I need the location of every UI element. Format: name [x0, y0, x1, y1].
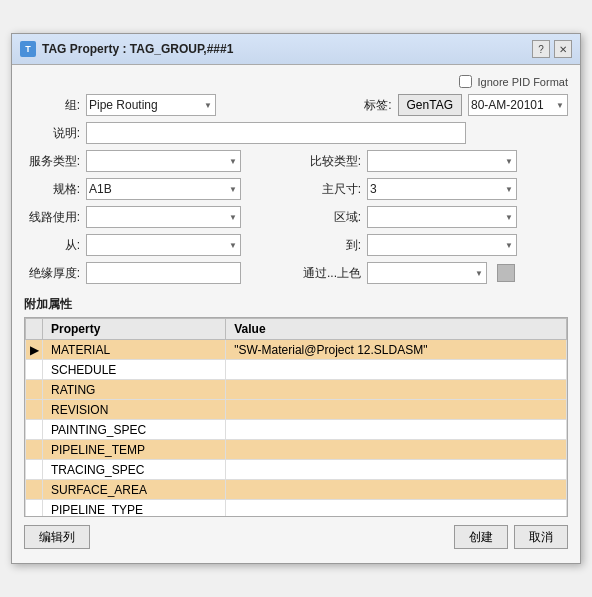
- title-bar: T TAG Property : TAG_GROUP,###1 ? ✕: [12, 34, 580, 65]
- table-row[interactable]: RATING: [26, 380, 567, 400]
- compare-select[interactable]: [367, 150, 517, 172]
- property-cell: RATING: [43, 380, 226, 400]
- create-button[interactable]: 创建: [454, 525, 508, 549]
- insulation-row: 绝缘厚度: 0: [24, 262, 291, 284]
- left-column: 服务类型: 规格: A1B: [24, 150, 291, 290]
- spec-select-wrapper: A1B: [86, 178, 241, 200]
- property-table-wrapper: Property Value ▶MATERIAL"SW-Material@Pro…: [24, 317, 568, 517]
- ignore-pid-checkbox[interactable]: [459, 75, 472, 88]
- property-cell: REVISION: [43, 400, 226, 420]
- table-row[interactable]: PAINTING_SPEC: [26, 420, 567, 440]
- group-select-wrapper: Pipe Routing: [86, 94, 216, 116]
- value-cell[interactable]: [226, 440, 567, 460]
- row-arrow: [26, 360, 43, 380]
- group-tag-row: 组: Pipe Routing 标签: 创建 GenTAG 80-AM-2010…: [24, 94, 568, 116]
- group-select[interactable]: Pipe Routing: [86, 94, 216, 116]
- row-arrow: [26, 420, 43, 440]
- table-row[interactable]: SURFACE_AREA: [26, 480, 567, 500]
- insulation-label: 绝缘厚度:: [24, 265, 80, 282]
- row-arrow: ▶: [26, 340, 43, 360]
- to-select[interactable]: [367, 234, 517, 256]
- compare-label: 比较类型:: [301, 153, 361, 170]
- from-row: 从:: [24, 234, 291, 256]
- footer: 编辑列 创建 取消: [24, 525, 568, 553]
- table-row[interactable]: PIPELINE_TEMP: [26, 440, 567, 460]
- dialog-content: Ignore PID Format 组: Pipe Routing 标签: 创建…: [12, 65, 580, 563]
- table-row[interactable]: ▶MATERIAL"SW-Material@Project 12.SLDASM": [26, 340, 567, 360]
- row-arrow: [26, 380, 43, 400]
- attach-section: 附加属性 Property Value ▶MATERIAL"SW-Materia…: [24, 296, 568, 517]
- zone-label: 区域:: [301, 209, 361, 226]
- help-button[interactable]: ?: [532, 40, 550, 58]
- insulation-input[interactable]: 0: [86, 262, 241, 284]
- from-select-wrapper: [86, 234, 241, 256]
- main-window: T TAG Property : TAG_GROUP,###1 ? ✕ Igno…: [11, 33, 581, 564]
- property-cell: MATERIAL: [43, 340, 226, 360]
- value-cell[interactable]: [226, 400, 567, 420]
- ignore-pid-label: Ignore PID Format: [478, 76, 568, 88]
- from-select[interactable]: [86, 234, 241, 256]
- compare-row: 比较类型:: [301, 150, 568, 172]
- property-cell: SCHEDULE: [43, 360, 226, 380]
- tag-select[interactable]: 80-AM-20101: [468, 94, 568, 116]
- edit-col-button[interactable]: 编辑列: [24, 525, 90, 549]
- row-arrow: [26, 500, 43, 518]
- value-cell[interactable]: [226, 500, 567, 518]
- close-button[interactable]: ✕: [554, 40, 572, 58]
- property-col-header: Property: [43, 319, 226, 340]
- group-label: 组:: [24, 97, 80, 114]
- line-use-select-wrapper: [86, 206, 241, 228]
- main-size-row: 主尺寸: 3: [301, 178, 568, 200]
- service-select[interactable]: [86, 150, 241, 172]
- property-cell: TRACING_SPEC: [43, 460, 226, 480]
- thru-label: 通过...上色: [301, 265, 361, 282]
- table-row[interactable]: PIPELINE_TYPE: [26, 500, 567, 518]
- table-header: Property Value: [26, 319, 567, 340]
- footer-right: 创建 取消: [454, 525, 568, 549]
- table-row[interactable]: SCHEDULE: [26, 360, 567, 380]
- value-cell[interactable]: [226, 460, 567, 480]
- main-size-select-wrapper: 3: [367, 178, 517, 200]
- desc-label: 说明:: [24, 125, 80, 142]
- row-arrow: [26, 440, 43, 460]
- line-use-row: 线路使用:: [24, 206, 291, 228]
- table-row[interactable]: REVISION: [26, 400, 567, 420]
- desc-row: 说明:: [24, 122, 568, 144]
- main-size-select[interactable]: 3: [367, 178, 517, 200]
- row-arrow: [26, 460, 43, 480]
- window-title: TAG Property : TAG_GROUP,###1: [42, 42, 233, 56]
- property-cell: PIPELINE_TEMP: [43, 440, 226, 460]
- value-cell[interactable]: [226, 380, 567, 400]
- value-cell[interactable]: [226, 480, 567, 500]
- tag-label: 标签:: [336, 97, 392, 114]
- arrow-col-header: [26, 319, 43, 340]
- line-use-label: 线路使用:: [24, 209, 80, 226]
- footer-left: 编辑列: [24, 525, 90, 549]
- thru-row: 通过...上色: [301, 262, 568, 284]
- line-use-select[interactable]: [86, 206, 241, 228]
- from-label: 从:: [24, 237, 80, 254]
- zone-select[interactable]: [367, 206, 517, 228]
- right-column: 比较类型: 主尺寸: 3: [301, 150, 568, 290]
- thru-select[interactable]: [367, 262, 487, 284]
- app-icon: T: [20, 41, 36, 57]
- desc-input[interactable]: [86, 122, 466, 144]
- attach-title: 附加属性: [24, 296, 568, 313]
- value-cell[interactable]: "SW-Material@Project 12.SLDASM": [226, 340, 567, 360]
- tag-select-wrapper: 80-AM-20101: [468, 94, 568, 116]
- value-col-header: Value: [226, 319, 567, 340]
- service-label: 服务类型:: [24, 153, 80, 170]
- to-select-wrapper: [367, 234, 517, 256]
- value-cell[interactable]: [226, 360, 567, 380]
- top-options: Ignore PID Format: [24, 75, 568, 88]
- value-cell[interactable]: [226, 420, 567, 440]
- zone-select-wrapper: [367, 206, 517, 228]
- thru-select-wrapper: [367, 262, 487, 284]
- service-select-wrapper: [86, 150, 241, 172]
- spec-select[interactable]: A1B: [86, 178, 241, 200]
- cancel-button[interactable]: 取消: [514, 525, 568, 549]
- property-cell: PAINTING_SPEC: [43, 420, 226, 440]
- table-row[interactable]: TRACING_SPEC: [26, 460, 567, 480]
- color-swatch[interactable]: [497, 264, 515, 282]
- gentag-button2[interactable]: GenTAG: [398, 94, 462, 116]
